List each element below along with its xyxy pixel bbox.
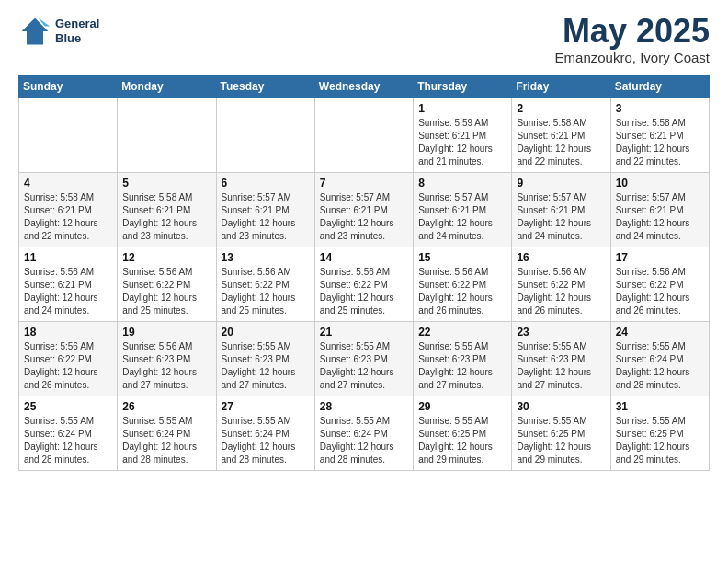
day-number: 23 bbox=[517, 326, 605, 339]
day-number: 1 bbox=[418, 102, 506, 115]
day-number: 22 bbox=[418, 326, 506, 339]
calendar-cell: 5Sunrise: 5:58 AMSunset: 6:21 PMDaylight… bbox=[118, 173, 216, 247]
day-info: Sunrise: 5:57 AMSunset: 6:21 PMDaylight:… bbox=[616, 191, 704, 243]
calendar-cell bbox=[19, 98, 118, 173]
day-number: 30 bbox=[517, 400, 605, 413]
day-info: Sunrise: 5:58 AMSunset: 6:21 PMDaylight:… bbox=[122, 191, 210, 243]
day-info: Sunrise: 5:55 AMSunset: 6:25 PMDaylight:… bbox=[616, 415, 704, 466]
calendar-cell: 2Sunrise: 5:58 AMSunset: 6:21 PMDaylight… bbox=[512, 98, 610, 173]
day-info: Sunrise: 5:55 AMSunset: 6:24 PMDaylight:… bbox=[616, 340, 704, 392]
calendar-cell: 14Sunrise: 5:56 AMSunset: 6:22 PMDayligh… bbox=[314, 247, 413, 322]
header: General Blue May 2025 Emanzoukro, Ivory … bbox=[18, 15, 710, 65]
location: Emanzoukro, Ivory Coast bbox=[555, 50, 710, 65]
day-info: Sunrise: 5:57 AMSunset: 6:21 PMDaylight:… bbox=[418, 191, 506, 243]
col-header-thursday: Thursday bbox=[414, 75, 512, 98]
calendar-cell: 6Sunrise: 5:57 AMSunset: 6:21 PMDaylight… bbox=[216, 173, 314, 247]
day-number: 25 bbox=[24, 400, 112, 413]
calendar-cell: 13Sunrise: 5:56 AMSunset: 6:22 PMDayligh… bbox=[216, 247, 314, 322]
day-info: Sunrise: 5:55 AMSunset: 6:24 PMDaylight:… bbox=[320, 415, 408, 466]
day-info: Sunrise: 5:56 AMSunset: 6:22 PMDaylight:… bbox=[24, 340, 112, 392]
day-number: 18 bbox=[24, 326, 112, 339]
col-header-wednesday: Wednesday bbox=[314, 75, 413, 98]
logo: General Blue bbox=[18, 15, 99, 48]
day-info: Sunrise: 5:55 AMSunset: 6:24 PMDaylight:… bbox=[24, 415, 112, 466]
day-info: Sunrise: 5:55 AMSunset: 6:23 PMDaylight:… bbox=[320, 340, 408, 392]
calendar-week-5: 25Sunrise: 5:55 AMSunset: 6:24 PMDayligh… bbox=[19, 396, 710, 471]
calendar-cell: 22Sunrise: 5:55 AMSunset: 6:23 PMDayligh… bbox=[414, 322, 512, 396]
col-header-sunday: Sunday bbox=[19, 75, 118, 98]
day-info: Sunrise: 5:56 AMSunset: 6:21 PMDaylight:… bbox=[24, 266, 112, 317]
calendar-cell: 27Sunrise: 5:55 AMSunset: 6:24 PMDayligh… bbox=[216, 396, 314, 471]
day-info: Sunrise: 5:59 AMSunset: 6:21 PMDaylight:… bbox=[418, 117, 506, 168]
calendar-week-2: 4Sunrise: 5:58 AMSunset: 6:21 PMDaylight… bbox=[19, 173, 710, 247]
day-info: Sunrise: 5:55 AMSunset: 6:24 PMDaylight:… bbox=[222, 415, 310, 466]
day-number: 6 bbox=[222, 177, 310, 190]
day-number: 13 bbox=[222, 251, 310, 264]
col-header-saturday: Saturday bbox=[610, 75, 709, 98]
day-info: Sunrise: 5:56 AMSunset: 6:22 PMDaylight:… bbox=[418, 266, 506, 317]
day-info: Sunrise: 5:55 AMSunset: 6:25 PMDaylight:… bbox=[517, 415, 605, 466]
day-info: Sunrise: 5:56 AMSunset: 6:22 PMDaylight:… bbox=[222, 266, 310, 317]
logo-text: General Blue bbox=[55, 17, 99, 45]
month-title: May 2025 bbox=[555, 15, 710, 48]
day-info: Sunrise: 5:56 AMSunset: 6:22 PMDaylight:… bbox=[320, 266, 408, 317]
day-info: Sunrise: 5:55 AMSunset: 6:23 PMDaylight:… bbox=[418, 340, 506, 392]
day-info: Sunrise: 5:56 AMSunset: 6:23 PMDaylight:… bbox=[122, 340, 210, 392]
logo-line1: General bbox=[55, 17, 99, 31]
day-info: Sunrise: 5:58 AMSunset: 6:21 PMDaylight:… bbox=[517, 117, 605, 168]
day-number: 16 bbox=[517, 251, 605, 264]
day-number: 7 bbox=[320, 177, 408, 190]
calendar-cell: 25Sunrise: 5:55 AMSunset: 6:24 PMDayligh… bbox=[19, 396, 118, 471]
calendar-cell: 18Sunrise: 5:56 AMSunset: 6:22 PMDayligh… bbox=[19, 322, 118, 396]
calendar-cell: 31Sunrise: 5:55 AMSunset: 6:25 PMDayligh… bbox=[610, 396, 709, 471]
day-number: 19 bbox=[122, 326, 210, 339]
day-info: Sunrise: 5:57 AMSunset: 6:21 PMDaylight:… bbox=[517, 191, 605, 243]
calendar-cell: 11Sunrise: 5:56 AMSunset: 6:21 PMDayligh… bbox=[19, 247, 118, 322]
day-number: 4 bbox=[24, 177, 112, 190]
calendar-cell: 16Sunrise: 5:56 AMSunset: 6:22 PMDayligh… bbox=[512, 247, 610, 322]
day-number: 17 bbox=[616, 251, 704, 264]
calendar-cell: 29Sunrise: 5:55 AMSunset: 6:25 PMDayligh… bbox=[414, 396, 512, 471]
calendar-cell: 3Sunrise: 5:58 AMSunset: 6:21 PMDaylight… bbox=[610, 98, 709, 173]
calendar-cell: 28Sunrise: 5:55 AMSunset: 6:24 PMDayligh… bbox=[314, 396, 413, 471]
day-info: Sunrise: 5:58 AMSunset: 6:21 PMDaylight:… bbox=[616, 117, 704, 168]
calendar-cell: 4Sunrise: 5:58 AMSunset: 6:21 PMDaylight… bbox=[19, 173, 118, 247]
day-number: 29 bbox=[418, 400, 506, 413]
col-header-monday: Monday bbox=[118, 75, 216, 98]
day-number: 24 bbox=[616, 326, 704, 339]
day-number: 9 bbox=[517, 177, 605, 190]
day-number: 28 bbox=[320, 400, 408, 413]
day-number: 20 bbox=[222, 326, 310, 339]
calendar-cell: 17Sunrise: 5:56 AMSunset: 6:22 PMDayligh… bbox=[610, 247, 709, 322]
day-info: Sunrise: 5:55 AMSunset: 6:25 PMDaylight:… bbox=[418, 415, 506, 466]
day-info: Sunrise: 5:56 AMSunset: 6:22 PMDaylight:… bbox=[616, 266, 704, 317]
page: General Blue May 2025 Emanzoukro, Ivory … bbox=[0, 0, 728, 489]
day-number: 8 bbox=[418, 177, 506, 190]
day-info: Sunrise: 5:56 AMSunset: 6:22 PMDaylight:… bbox=[517, 266, 605, 317]
col-header-tuesday: Tuesday bbox=[216, 75, 314, 98]
calendar-cell: 7Sunrise: 5:57 AMSunset: 6:21 PMDaylight… bbox=[314, 173, 413, 247]
calendar-cell: 23Sunrise: 5:55 AMSunset: 6:23 PMDayligh… bbox=[512, 322, 610, 396]
day-number: 2 bbox=[517, 102, 605, 115]
day-number: 11 bbox=[24, 251, 112, 264]
calendar-cell: 9Sunrise: 5:57 AMSunset: 6:21 PMDaylight… bbox=[512, 173, 610, 247]
logo-line2: Blue bbox=[55, 31, 99, 46]
calendar-cell: 12Sunrise: 5:56 AMSunset: 6:22 PMDayligh… bbox=[118, 247, 216, 322]
day-number: 10 bbox=[616, 177, 704, 190]
col-header-friday: Friday bbox=[512, 75, 610, 98]
day-number: 21 bbox=[320, 326, 408, 339]
day-number: 15 bbox=[418, 251, 506, 264]
calendar-cell: 26Sunrise: 5:55 AMSunset: 6:24 PMDayligh… bbox=[118, 396, 216, 471]
calendar-cell bbox=[118, 98, 216, 173]
calendar-cell: 20Sunrise: 5:55 AMSunset: 6:23 PMDayligh… bbox=[216, 322, 314, 396]
calendar-cell bbox=[314, 98, 413, 173]
day-header-row: SundayMondayTuesdayWednesdayThursdayFrid… bbox=[19, 75, 710, 98]
calendar-cell: 30Sunrise: 5:55 AMSunset: 6:25 PMDayligh… bbox=[512, 396, 610, 471]
calendar-cell bbox=[216, 98, 314, 173]
calendar-cell: 15Sunrise: 5:56 AMSunset: 6:22 PMDayligh… bbox=[414, 247, 512, 322]
svg-marker-0 bbox=[22, 18, 49, 45]
calendar-cell: 1Sunrise: 5:59 AMSunset: 6:21 PMDaylight… bbox=[414, 98, 512, 173]
calendar-week-4: 18Sunrise: 5:56 AMSunset: 6:22 PMDayligh… bbox=[19, 322, 710, 396]
day-info: Sunrise: 5:58 AMSunset: 6:21 PMDaylight:… bbox=[24, 191, 112, 243]
calendar-cell: 8Sunrise: 5:57 AMSunset: 6:21 PMDaylight… bbox=[414, 173, 512, 247]
